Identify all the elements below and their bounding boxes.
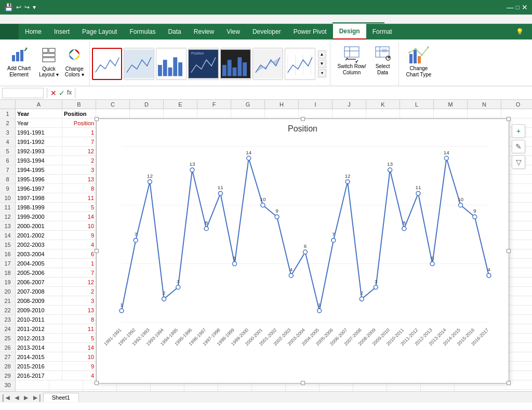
cell-2-b[interactable]: Position	[62, 118, 96, 127]
cell-25-a[interactable]: 2012-2013	[16, 334, 62, 342]
row-header-20[interactable]: 20	[0, 287, 15, 296]
row-header-29[interactable]: 29	[0, 371, 15, 380]
cell-6-b[interactable]: 2	[62, 156, 96, 165]
row-header-9[interactable]: 9	[0, 184, 15, 193]
cell-31-f[interactable]	[117, 390, 151, 391]
row-header-6[interactable]: 6	[0, 156, 15, 165]
menu-data[interactable]: Data	[162, 24, 187, 39]
menu-help[interactable]: 💡	[510, 24, 532, 39]
row-header-18[interactable]: 18	[0, 268, 15, 277]
row-header-10[interactable]: 10	[0, 193, 15, 203]
row-header-8[interactable]: 8	[0, 175, 15, 184]
chart-style-7[interactable]	[285, 48, 315, 80]
styles-scroll-up[interactable]: ▲	[318, 50, 326, 59]
tab-nav-last[interactable]: ►|	[32, 393, 41, 402]
col-header-f[interactable]: F	[197, 100, 231, 109]
maximize-btn[interactable]: □	[516, 4, 520, 11]
cell-4-a[interactable]: 1991-1992	[16, 137, 62, 146]
cell-18-a[interactable]: 2005-2006	[16, 268, 62, 277]
minimize-btn[interactable]: —	[507, 3, 514, 11]
cell-10-a[interactable]: 1997-1998	[16, 193, 62, 202]
menu-file[interactable]	[0, 24, 19, 39]
resize-handle-4[interactable]	[507, 249, 511, 253]
cell-29-b[interactable]: 4	[62, 371, 96, 380]
cell-1-a[interactable]: Year	[16, 109, 62, 118]
cell-3-a[interactable]: 1991-1991	[16, 128, 62, 137]
cell-6-a[interactable]: 1993-1994	[16, 156, 62, 165]
row-header-22[interactable]: 22	[0, 306, 15, 315]
change-colors-button[interactable]: ChangeColors ▾	[63, 44, 86, 78]
col-header-m[interactable]: M	[434, 100, 468, 109]
row-header-13[interactable]: 13	[0, 221, 15, 231]
styles-expand[interactable]: ▾	[318, 69, 326, 77]
col-header-d[interactable]: D	[130, 100, 164, 109]
row-header-31[interactable]: 31	[0, 390, 15, 391]
tab-nav-next[interactable]: ►	[22, 393, 30, 402]
col-header-c[interactable]: C	[96, 100, 130, 109]
cell-1-n[interactable]	[468, 109, 501, 118]
col-header-j[interactable]: J	[332, 100, 366, 109]
col-header-h[interactable]: H	[265, 100, 299, 109]
row-header-24[interactable]: 24	[0, 324, 15, 334]
menu-review[interactable]: Review	[188, 24, 220, 39]
sheet-tab-1[interactable]: Sheet1	[43, 393, 79, 402]
row-header-12[interactable]: 12	[0, 212, 15, 221]
cell-18-b[interactable]: 7	[62, 268, 96, 277]
cell-31-h[interactable]	[184, 390, 218, 391]
cell-31-i[interactable]	[218, 390, 252, 391]
cell-15-b[interactable]: 4	[62, 240, 96, 249]
cell-31-d[interactable]	[49, 390, 83, 391]
menu-developer[interactable]: Developer	[246, 24, 287, 39]
cell-7-a[interactable]: 1994-1995	[16, 165, 62, 174]
col-header-l[interactable]: L	[400, 100, 434, 109]
cell-11-a[interactable]: 1998-1999	[16, 203, 62, 211]
name-box[interactable]	[2, 88, 44, 98]
cell-31-n[interactable]	[387, 390, 421, 391]
cell-31-e[interactable]	[83, 390, 117, 391]
row-header-23[interactable]: 23	[0, 315, 15, 324]
cell-8-b[interactable]: 13	[62, 175, 96, 183]
row-header-16[interactable]: 16	[0, 249, 15, 259]
row-header-1[interactable]: 1	[0, 109, 15, 118]
cell-24-a[interactable]: 2011-2012	[16, 324, 62, 333]
cell-29-a[interactable]: 2016-2017	[16, 371, 62, 380]
cell-28-b[interactable]: 9	[62, 362, 96, 371]
cell-16-b[interactable]: 6	[62, 249, 96, 258]
chart-overlay[interactable]: Position17122313811514109461712231381151…	[96, 118, 509, 383]
cell-14-b[interactable]: 9	[62, 231, 96, 240]
cell-1-b[interactable]: Position	[62, 109, 96, 118]
cell-12-a[interactable]: 1999-2000	[16, 212, 62, 221]
cell-24-b[interactable]: 11	[62, 324, 96, 333]
cell-23-b[interactable]: 8	[62, 315, 96, 324]
cell-31-m[interactable]	[353, 390, 387, 391]
menu-home[interactable]: Home	[19, 24, 48, 39]
col-header-b[interactable]: B	[62, 100, 96, 109]
cell-30-c[interactable]	[16, 380, 49, 389]
row-header-19[interactable]: 19	[0, 277, 15, 287]
cell-1-d[interactable]	[130, 109, 164, 118]
insert-function-icon[interactable]: fx	[67, 89, 72, 97]
cell-3-b[interactable]: 1	[62, 128, 96, 137]
cell-17-b[interactable]: 1	[62, 259, 96, 268]
select-data-button[interactable]: SelectData	[371, 43, 394, 78]
cell-1-o[interactable]	[501, 109, 532, 118]
cell-11-b[interactable]: 5	[62, 203, 96, 211]
cell-31-g[interactable]	[151, 390, 184, 391]
cell-26-a[interactable]: 2013-2014	[16, 343, 62, 352]
chart-style-1[interactable]	[92, 48, 123, 80]
row-header-15[interactable]: 15	[0, 240, 15, 249]
formula-input[interactable]	[78, 88, 530, 98]
cell-22-a[interactable]: 2009-2010	[16, 306, 62, 314]
cell-1-f[interactable]	[197, 109, 231, 118]
cell-17-a[interactable]: 2004-2005	[16, 259, 62, 268]
cell-19-b[interactable]: 12	[62, 277, 96, 286]
row-header-30[interactable]: 30	[0, 380, 15, 390]
row-header-11[interactable]: 11	[0, 203, 15, 212]
confirm-formula-icon[interactable]: ✓	[59, 89, 65, 97]
chart-style-5[interactable]	[220, 48, 251, 80]
cell-23-a[interactable]: 2010-2011	[16, 315, 62, 324]
col-header-n[interactable]: N	[468, 100, 501, 109]
row-header-4[interactable]: 4	[0, 137, 15, 147]
col-header-i[interactable]: I	[299, 100, 332, 109]
change-chart-type-button[interactable]: ChangeChart Type	[403, 43, 435, 80]
